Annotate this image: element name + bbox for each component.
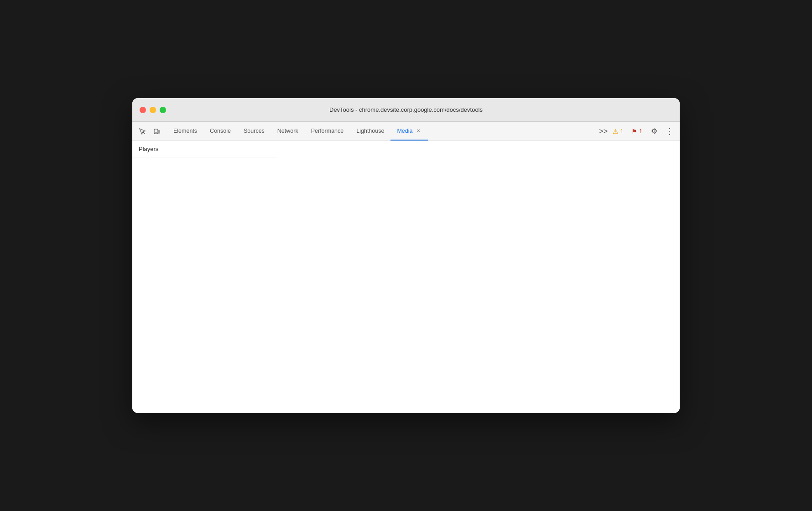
inspect-icon bbox=[139, 128, 146, 135]
main-content: Players bbox=[132, 141, 680, 413]
tab-elements-label: Elements bbox=[173, 128, 197, 134]
tab-elements[interactable]: Elements bbox=[167, 122, 203, 141]
devtools-window: DevTools - chrome.devsite.corp.google.co… bbox=[132, 98, 680, 413]
more-tabs-icon: >> bbox=[599, 127, 608, 136]
tab-lighthouse[interactable]: Lighthouse bbox=[350, 122, 390, 141]
settings-icon: ⚙ bbox=[651, 127, 657, 136]
sidebar-content bbox=[132, 157, 278, 413]
sidebar: Players bbox=[132, 141, 278, 413]
tab-network[interactable]: Network bbox=[271, 122, 305, 141]
toolbar-left-icons bbox=[136, 125, 163, 138]
warning-count: 1 bbox=[620, 128, 624, 135]
tab-sources[interactable]: Sources bbox=[237, 122, 271, 141]
tab-sources-label: Sources bbox=[244, 128, 265, 134]
traffic-lights bbox=[140, 107, 166, 113]
toolbar-right: ⚠ 1 ⚑ 1 ⚙ ⋮ bbox=[610, 125, 676, 138]
inspect-element-button[interactable] bbox=[136, 125, 149, 138]
svg-line-0 bbox=[143, 132, 145, 134]
tab-performance[interactable]: Performance bbox=[305, 122, 350, 141]
svg-rect-2 bbox=[158, 130, 160, 133]
sidebar-players-label: Players bbox=[139, 146, 158, 152]
tab-console[interactable]: Console bbox=[203, 122, 237, 141]
settings-button[interactable]: ⚙ bbox=[648, 125, 661, 138]
tab-lighthouse-label: Lighthouse bbox=[356, 128, 384, 134]
minimize-button[interactable] bbox=[150, 107, 156, 113]
warning-icon: ⚠ bbox=[613, 128, 619, 135]
tab-console-label: Console bbox=[210, 128, 231, 134]
error-badge-button[interactable]: ⚑ 1 bbox=[629, 127, 645, 136]
error-count: 1 bbox=[639, 128, 642, 135]
tab-bar: Elements Console Sources Network Perform… bbox=[167, 122, 597, 141]
tab-media[interactable]: Media ✕ bbox=[390, 122, 428, 141]
titlebar: DevTools - chrome.devsite.corp.google.co… bbox=[132, 98, 680, 122]
tab-media-close-button[interactable]: ✕ bbox=[415, 128, 422, 134]
tab-media-label: Media bbox=[397, 128, 412, 134]
more-tabs-button[interactable]: >> bbox=[597, 125, 610, 138]
warning-badge-button[interactable]: ⚠ 1 bbox=[610, 127, 626, 136]
device-toggle-button[interactable] bbox=[151, 125, 163, 138]
more-options-button[interactable]: ⋮ bbox=[663, 125, 676, 138]
sidebar-header: Players bbox=[132, 141, 278, 157]
tab-performance-label: Performance bbox=[311, 128, 344, 134]
more-options-icon: ⋮ bbox=[666, 126, 674, 136]
maximize-button[interactable] bbox=[160, 107, 166, 113]
main-panel bbox=[278, 141, 680, 413]
device-icon bbox=[153, 128, 161, 135]
window-title: DevTools - chrome.devsite.corp.google.co… bbox=[329, 106, 483, 113]
error-icon: ⚑ bbox=[631, 128, 637, 135]
close-button[interactable] bbox=[140, 107, 146, 113]
toolbar: Elements Console Sources Network Perform… bbox=[132, 122, 680, 141]
tab-network-label: Network bbox=[277, 128, 298, 134]
